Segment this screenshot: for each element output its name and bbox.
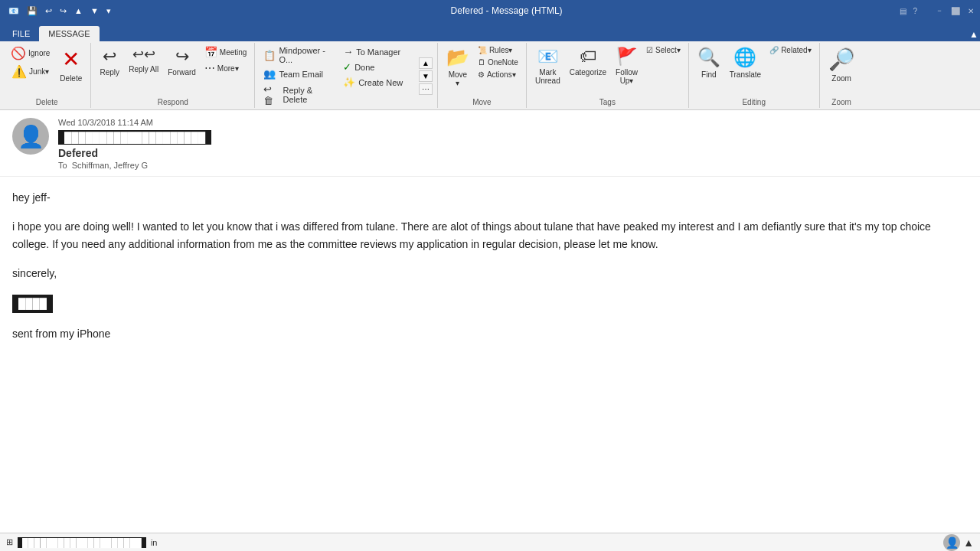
redo-icon[interactable]: ↪ (57, 5, 69, 18)
title-bar-left: 📧 💾 ↩ ↪ ▲ ▼ ▾ (6, 5, 113, 18)
qs-done-icon: ✓ (343, 61, 351, 73)
outlook-icon: 📧 (6, 5, 21, 18)
qs-reply-delete[interactable]: ↩🗑 Reply & Delete (260, 82, 336, 108)
body-paragraph: i hope you are doing well! I wanted to l… (12, 218, 968, 253)
select-button[interactable]: ☑ Select▾ (643, 44, 684, 56)
junk-button[interactable]: ⚠️ Junk▾ (8, 63, 52, 80)
meeting-button[interactable]: 📅 Meeting (201, 44, 250, 60)
junk-icon: ⚠️ (11, 64, 27, 79)
select-icon: ☑ (646, 46, 653, 54)
ribbon-group-zoom: 🔎 Zoom Zoom (820, 43, 864, 108)
qs-scroll-up[interactable]: ▲ (419, 57, 433, 69)
actions-icon: ⚙ (478, 70, 485, 79)
quicksteps-items: 📋 Mindpower - O... 👥 Team Email ↩🗑 Reply… (260, 44, 432, 108)
mark-unread-button[interactable]: 📧 MarkUnread (531, 44, 564, 87)
message-date: Wed 10/3/2018 11:14 AM (58, 118, 968, 127)
qs-mindpower[interactable]: 📋 Mindpower - O... (260, 44, 336, 66)
signature-redacted: ████ (12, 295, 53, 314)
ribbon-tabs: FILE MESSAGE ▲ (0, 21, 980, 41)
delete-group-label: Delete (36, 96, 58, 106)
move-button[interactable]: 📂 Move▾ (443, 44, 473, 90)
rules-icon: 📜 (478, 46, 487, 54)
save-icon[interactable]: 💾 (24, 5, 40, 18)
find-icon: 🔍 (697, 47, 720, 69)
status-suffix: in (151, 538, 158, 547)
qs-create-new[interactable]: ✨ Create New (339, 75, 416, 90)
tags-group-items: 📧 MarkUnread 🏷 Categorize 🚩 FollowUp▾ ☑ … (531, 44, 684, 96)
status-bar: ⊞ ████████████████████ in 👤 ▲ (0, 533, 980, 551)
follow-up-button[interactable]: 🚩 FollowUp▾ (612, 44, 642, 87)
tab-message[interactable]: MESSAGE (39, 26, 99, 41)
tags-group-label: Tags (599, 96, 616, 106)
delete-button[interactable]: ✕ Delete (56, 44, 86, 85)
move-group-items: 📂 Move▾ 📜 Rules▾ 🗒 OneNote ⚙ Actions▾ (443, 44, 521, 96)
find-button[interactable]: 🔍 Find (694, 44, 724, 81)
minimize-icon[interactable]: － (936, 5, 943, 16)
close-icon[interactable]: ✕ (968, 7, 974, 15)
help-icon[interactable]: ? (913, 7, 917, 15)
qs-create-icon: ✨ (343, 77, 355, 88)
down-icon[interactable]: ▼ (88, 5, 101, 17)
editing-group-items: 🔍 Find 🌐 Translate 🔗 Related▾ (694, 44, 815, 96)
qs-team-email[interactable]: 👥 Team Email (260, 67, 336, 81)
more-icon[interactable]: ▾ (104, 5, 113, 18)
reply-button[interactable]: ↩ Reply (96, 44, 123, 79)
message-meta: Wed 10/3/2018 11:14 AM █████████████████… (58, 118, 968, 170)
delete-icon: ✕ (62, 47, 80, 73)
zoom-icon: 🔎 (828, 47, 855, 73)
avatar-person-icon: 👤 (18, 124, 44, 149)
to-label: To (58, 161, 70, 170)
ribbon: 🚫 Ignore ⚠️ Junk▾ ✕ Delete Delete ↩ Repl… (0, 41, 980, 110)
qs-done[interactable]: ✓ Done (339, 60, 416, 74)
collapse-ribbon-icon[interactable]: ▲ (968, 28, 980, 41)
message-container[interactable]: 👤 Wed 10/3/2018 11:14 AM ███████████████… (0, 110, 980, 533)
related-button[interactable]: 🔗 Related▾ (766, 44, 814, 56)
forward-button[interactable]: ↪ Forward (164, 44, 200, 79)
more-respond-button[interactable]: ⋯ More▾ (201, 60, 250, 76)
signature: ████ (12, 295, 968, 314)
ribbon-toggle-icon[interactable]: ▤ (900, 7, 906, 15)
follow-up-icon: 🚩 (616, 47, 637, 67)
zoom-button[interactable]: 🔎 Zoom (825, 44, 859, 85)
message-header: 👤 Wed 10/3/2018 11:14 AM ███████████████… (0, 110, 980, 177)
categorize-button[interactable]: 🏷 Categorize (566, 44, 610, 79)
undo-icon[interactable]: ↩ (43, 5, 54, 18)
zoom-group-items: 🔎 Zoom (825, 44, 859, 96)
translate-button[interactable]: 🌐 Translate (726, 44, 765, 81)
status-avatar-icon: 👤 (946, 536, 959, 549)
status-left: ⊞ ████████████████████ in (6, 537, 157, 548)
up-icon[interactable]: ▲ (72, 5, 85, 17)
translate-icon: 🌐 (733, 47, 756, 69)
message-subject: Defered (58, 147, 968, 159)
main-area: 👤 Wed 10/3/2018 11:14 AM ███████████████… (0, 110, 980, 533)
recipient-name: Schiffman, Jeffrey G (72, 161, 148, 170)
qs-more[interactable]: ⋯ (419, 83, 433, 95)
status-icon: ⊞ (6, 537, 13, 547)
qs-scroll-down[interactable]: ▼ (419, 70, 433, 82)
meeting-icon: 📅 (204, 46, 217, 58)
sender-avatar: 👤 (12, 118, 49, 155)
qs-tomanager[interactable]: → To Manager (339, 44, 416, 59)
actions-button[interactable]: ⚙ Actions▾ (475, 69, 521, 80)
status-right: 👤 ▲ (943, 534, 974, 551)
sender-name-redacted: ████████████████████ (58, 130, 211, 145)
reply-icon: ↩ (103, 47, 116, 67)
restore-icon[interactable]: ⬜ (951, 7, 960, 15)
status-arrow: ▲ (963, 536, 974, 549)
move-icon: 📂 (446, 47, 469, 69)
qs-reply-delete-icon: ↩🗑 (263, 83, 279, 106)
qs-team-icon: 👥 (263, 68, 276, 80)
forward-icon: ↪ (175, 47, 189, 67)
closing: sincerely, (12, 265, 968, 282)
tab-file[interactable]: FILE (3, 26, 39, 41)
reply-all-button[interactable]: ↩↩ Reply All (125, 44, 162, 76)
rules-button[interactable]: 📜 Rules▾ (475, 44, 521, 56)
status-name-redacted: ████████████████████ (18, 537, 146, 548)
ribbon-group-quicksteps: 📋 Mindpower - O... 👥 Team Email ↩🗑 Reply… (255, 43, 437, 108)
onenote-button[interactable]: 🗒 OneNote (475, 57, 521, 68)
ignore-button[interactable]: 🚫 Ignore (8, 44, 53, 62)
zoom-group-label: Zoom (831, 96, 851, 106)
ribbon-group-move: 📂 Move▾ 📜 Rules▾ 🗒 OneNote ⚙ Actions▾ Mo… (438, 43, 527, 108)
message-body: hey jeff- i hope you are doing well! I w… (0, 177, 980, 367)
more-respond-icon: ⋯ (204, 62, 215, 74)
